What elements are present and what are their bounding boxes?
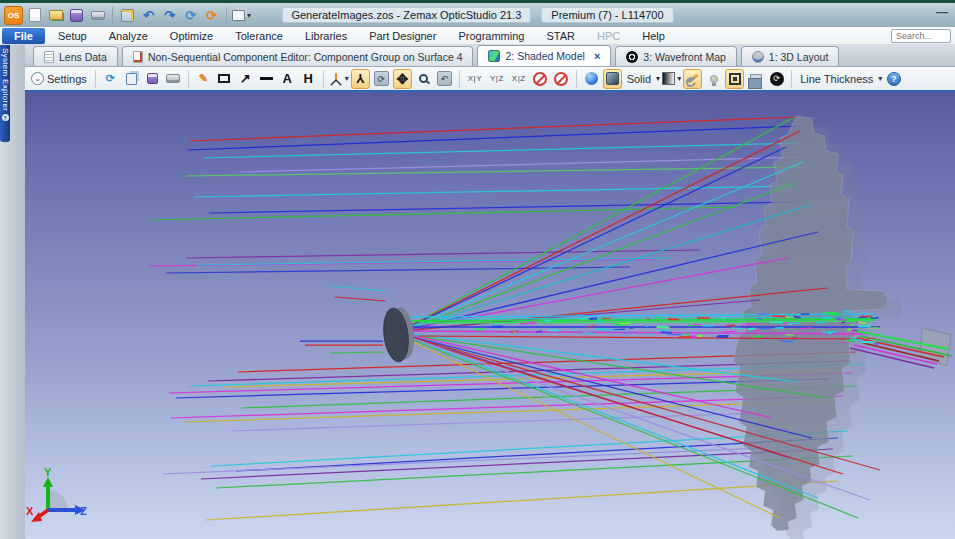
annotate-text-button[interactable]: A <box>278 69 297 89</box>
reset-view-button[interactable]: ↶ <box>435 69 454 89</box>
pin-icon: ? <box>2 114 9 121</box>
chevron-down-icon: ⌄ <box>31 72 44 85</box>
render-tools-button[interactable] <box>683 69 702 89</box>
spin-view-button[interactable]: ⟳ <box>372 69 391 89</box>
menu-part-designer[interactable]: Part Designer <box>358 29 447 43</box>
system-explorer-tab[interactable]: System Explorer ? <box>0 45 10 142</box>
help-button[interactable]: ? <box>884 69 903 89</box>
opacity-dropdown[interactable]: ▾ <box>662 69 681 89</box>
tab-label: 3: Wavefront Map <box>643 51 725 63</box>
tab-wavefront-map[interactable]: 3: Wavefront Map <box>615 46 736 66</box>
quick-edit-icon[interactable] <box>118 6 137 25</box>
menu-analyze[interactable]: Analyze <box>98 29 159 43</box>
layers-icon <box>750 74 762 83</box>
minimize-button[interactable]: — <box>936 5 948 19</box>
undo-icon[interactable]: ↶ <box>139 6 158 25</box>
disable-rays-button[interactable] <box>531 69 550 89</box>
shaded-model-toolbar: ⌄ Settings ⟳ ✎ ↗ A H ▾ Y ⟳ ✥ ↶ X|Y Y|Z X… <box>25 67 955 92</box>
annotate-rectangle-button[interactable] <box>215 69 234 89</box>
printer-icon <box>91 11 105 20</box>
line-thickness-dropdown[interactable]: Line Thickness ▾ <box>797 69 882 89</box>
orientation-indicator-button[interactable]: ▾ <box>329 69 349 89</box>
menu-setup[interactable]: Setup <box>47 29 98 43</box>
menu-star[interactable]: STAR <box>535 29 586 43</box>
new-file-icon[interactable] <box>25 6 44 25</box>
print-view-button[interactable] <box>164 69 183 89</box>
system-explorer-label: System Explorer <box>1 48 10 111</box>
animation-button[interactable]: ⟳ <box>767 69 786 89</box>
lighting-button[interactable] <box>704 69 723 89</box>
menu-file[interactable]: File <box>2 28 45 44</box>
rotate-mode-button[interactable]: Y <box>351 69 370 89</box>
divider <box>323 70 324 88</box>
zoom-mode-button[interactable] <box>414 69 433 89</box>
shaded-model-icon <box>488 50 500 62</box>
menu-libraries[interactable]: Libraries <box>294 29 358 43</box>
refresh-icon[interactable]: ⟳ <box>181 6 200 25</box>
caret-down-icon: ▾ <box>656 74 660 83</box>
tab-shaded-model[interactable]: 2: Shaded Model × <box>477 45 611 66</box>
annotate-dimension-button[interactable]: H <box>299 69 318 89</box>
tab-label: Non-Sequential Component Editor: Compone… <box>148 51 463 63</box>
redo-icon[interactable]: ↷ <box>160 6 179 25</box>
tab-lens-data[interactable]: Lens Data <box>33 46 118 66</box>
license-title: Premium (7) - L114700 <box>541 7 673 23</box>
print-icon[interactable] <box>88 6 107 25</box>
fit-to-window-button[interactable] <box>725 69 744 89</box>
annotate-pencil-button[interactable]: ✎ <box>194 69 213 89</box>
shading-style-button[interactable] <box>603 69 622 89</box>
spreadsheet-icon <box>44 51 54 63</box>
disable-frame-button[interactable] <box>552 69 571 89</box>
settings-button[interactable]: ⌄ Settings <box>31 69 90 89</box>
floppy-icon <box>147 73 158 84</box>
close-tab-icon[interactable]: × <box>594 50 600 62</box>
lamp-icon <box>710 75 718 83</box>
opticstudio-logo-icon[interactable]: OS <box>4 6 23 25</box>
title-bar: OS ↶ ↷ ⟳ ⟳ ▾ GenerateImages.zos - Zemax … <box>0 0 955 27</box>
annotate-dash-button[interactable] <box>257 69 276 89</box>
left-rail: System Explorer ? <box>0 45 25 539</box>
window-switcher-icon[interactable]: ▾ <box>232 6 251 25</box>
save-view-button[interactable] <box>143 69 162 89</box>
printer-icon <box>166 74 180 83</box>
caret-down-icon: ▾ <box>247 11 251 20</box>
divider <box>576 70 577 88</box>
axis-triad: YZX <box>26 466 87 522</box>
menu-help[interactable]: Help <box>631 29 676 43</box>
plane-yz-button[interactable]: Y|Z <box>487 69 507 89</box>
rotate-icon: ⟳ <box>374 71 389 86</box>
wavefront-map-icon <box>626 51 638 63</box>
svg-text:X: X <box>26 505 34 517</box>
prohibition-icon <box>533 72 547 86</box>
menu-tolerance[interactable]: Tolerance <box>224 29 294 43</box>
tab-label: Lens Data <box>59 51 107 63</box>
folder-icon <box>49 10 63 20</box>
layers-button[interactable] <box>746 69 765 89</box>
divider <box>791 70 792 88</box>
shaded-model-viewport: YZX <box>25 92 955 539</box>
update-button[interactable]: ⟳ <box>101 69 120 89</box>
menu-programming[interactable]: Programming <box>447 29 535 43</box>
save-file-icon[interactable] <box>67 6 86 25</box>
3d-viewport-canvas[interactable]: YZX <box>25 92 955 539</box>
open-file-icon[interactable] <box>46 6 65 25</box>
background-sphere-button[interactable] <box>582 69 601 89</box>
tab-nsc-editor[interactable]: Non-Sequential Component Editor: Compone… <box>122 46 474 66</box>
clock-icon: ⟳ <box>770 72 784 86</box>
reload-all-icon[interactable]: ⟳ <box>202 6 221 25</box>
fit-box-icon <box>729 73 741 85</box>
thick-line-icon <box>260 77 273 80</box>
search-input[interactable] <box>891 29 951 43</box>
caret-down-icon: ▾ <box>677 74 681 83</box>
document-tab-strip: Lens Data Non-Sequential Component Edito… <box>25 45 955 67</box>
ribbon-menu-bar: File Setup Analyze Optimize Tolerance Li… <box>0 27 955 45</box>
copy-button[interactable] <box>122 69 141 89</box>
solid-dropdown[interactable]: Solid ▾ <box>624 69 660 89</box>
tab-3d-layout[interactable]: 1: 3D Layout <box>741 46 840 66</box>
windows-icon <box>232 10 245 21</box>
plane-xy-button[interactable]: X|Y <box>465 69 485 89</box>
annotate-line-button[interactable]: ↗ <box>236 69 255 89</box>
menu-optimize[interactable]: Optimize <box>159 29 224 43</box>
plane-xz-button[interactable]: X|Z <box>509 69 529 89</box>
pan-mode-button[interactable]: ✥ <box>393 69 412 89</box>
